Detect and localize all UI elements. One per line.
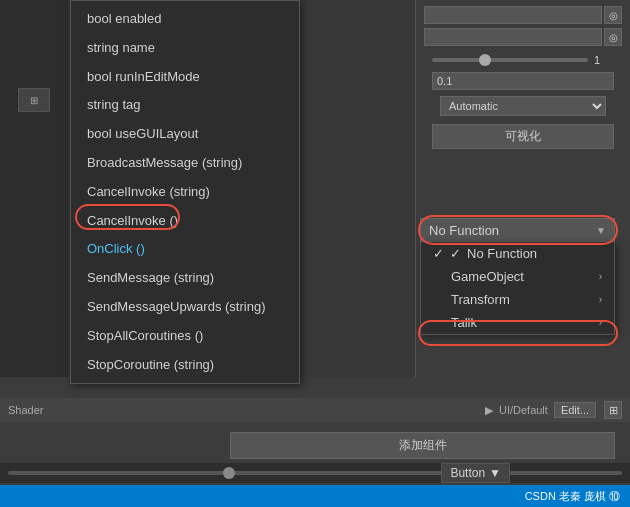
check-icon: ✓: [450, 246, 461, 261]
dropdown-container: Automatic: [424, 92, 622, 120]
submenu-arrow-icon: ›: [599, 294, 602, 305]
left-menu-item-9[interactable]: SendMessage (string): [71, 264, 299, 293]
left-menu-item-2[interactable]: bool runInEditMode: [71, 63, 299, 92]
input-row-1: ◎: [424, 6, 622, 24]
submenu-arrow-icon: ›: [599, 317, 602, 328]
function-dropdown-menu: ✓No FunctionGameObject›Transform›Tallk›: [420, 242, 615, 335]
button-label-bar[interactable]: Button ▼: [441, 463, 510, 483]
status-bar-text: CSDN 老秦 庞棋 ⑩: [525, 489, 620, 504]
left-menu-item-1[interactable]: string name: [71, 34, 299, 63]
left-menu-item-7[interactable]: CancelInvoke (): [71, 207, 299, 236]
shader-label: Shader: [8, 404, 43, 416]
inspector-icon-btn-2[interactable]: ◎: [604, 28, 622, 46]
sidebar-icon[interactable]: ⊞: [18, 88, 50, 112]
slider-row: 1: [424, 50, 622, 70]
right-menu-item-3[interactable]: Tallk›: [421, 311, 614, 334]
menu-item-label-1: GameObject: [451, 269, 599, 284]
inspector-slider[interactable]: [432, 58, 588, 62]
bottom-slider-bar: [0, 463, 630, 483]
left-menu-item-0[interactable]: bool enabled: [71, 5, 299, 34]
function-dropdown-label: No Function: [429, 223, 499, 238]
right-menu-item-2[interactable]: Transform›: [421, 288, 614, 311]
function-dropdown-header[interactable]: No Function ▼: [420, 218, 615, 242]
submenu-arrow-icon: ›: [599, 271, 602, 282]
input-row-2: ◎: [424, 28, 622, 46]
left-menu-item-12[interactable]: StopCoroutine (string): [71, 351, 299, 380]
inspector-top-fields: ◎ ◎ 1 Automatic 可视化: [416, 0, 630, 159]
add-component-area: 添加组件: [230, 431, 615, 459]
left-menu-item-4[interactable]: bool useGUILayout: [71, 120, 299, 149]
left-menu-item-5[interactable]: BroadcastMessage (string): [71, 149, 299, 178]
automatic-dropdown[interactable]: Automatic: [440, 96, 606, 116]
number-field-container: [424, 70, 622, 92]
slider-value-label: 1: [594, 54, 614, 66]
inspector-input-2[interactable]: [424, 28, 602, 46]
shader-value: UI/Default: [499, 404, 548, 416]
add-component-button[interactable]: 添加组件: [230, 432, 615, 459]
shader-icon-btn[interactable]: ⊞: [604, 401, 622, 419]
menu-item-label-2: Transform: [451, 292, 599, 307]
button-dropdown-arrow: ▼: [489, 466, 501, 480]
left-menu-item-10[interactable]: SendMessageUpwards (string): [71, 293, 299, 322]
edit-button[interactable]: Edit...: [554, 402, 596, 418]
inspector-icon-btn-1[interactable]: ◎: [604, 6, 622, 24]
right-menu-item-0[interactable]: ✓No Function: [421, 242, 614, 265]
slider-thumb[interactable]: [479, 54, 491, 66]
shader-row: Shader ▶ UI/Default Edit... ⊞: [0, 398, 630, 422]
left-menu-item-6[interactable]: CancelInvoke (string): [71, 178, 299, 207]
left-menu-item-8[interactable]: OnClick (): [71, 235, 299, 264]
number-field[interactable]: [432, 72, 614, 90]
button-text: Button: [450, 466, 485, 480]
inspector-input-1[interactable]: [424, 6, 602, 24]
status-bar: CSDN 老秦 庞棋 ⑩: [0, 485, 630, 507]
menu-item-label-0: No Function: [467, 246, 602, 261]
left-menu-item-11[interactable]: StopAllCoroutines (): [71, 322, 299, 351]
play-button[interactable]: ▶: [485, 404, 493, 417]
right-menu-item-1[interactable]: GameObject›: [421, 265, 614, 288]
horizontal-slider[interactable]: [8, 471, 622, 475]
visualize-button[interactable]: 可视化: [432, 124, 614, 149]
function-dropdown-container: No Function ▼ ✓No FunctionGameObject›Tra…: [420, 218, 615, 335]
left-menu-item-3[interactable]: string tag: [71, 91, 299, 120]
dropdown-arrow-icon: ▼: [596, 225, 606, 236]
left-context-menu: bool enabledstring namebool runInEditMod…: [70, 0, 300, 384]
menu-item-label-3: Tallk: [451, 315, 599, 330]
h-slider-thumb[interactable]: [223, 467, 235, 479]
